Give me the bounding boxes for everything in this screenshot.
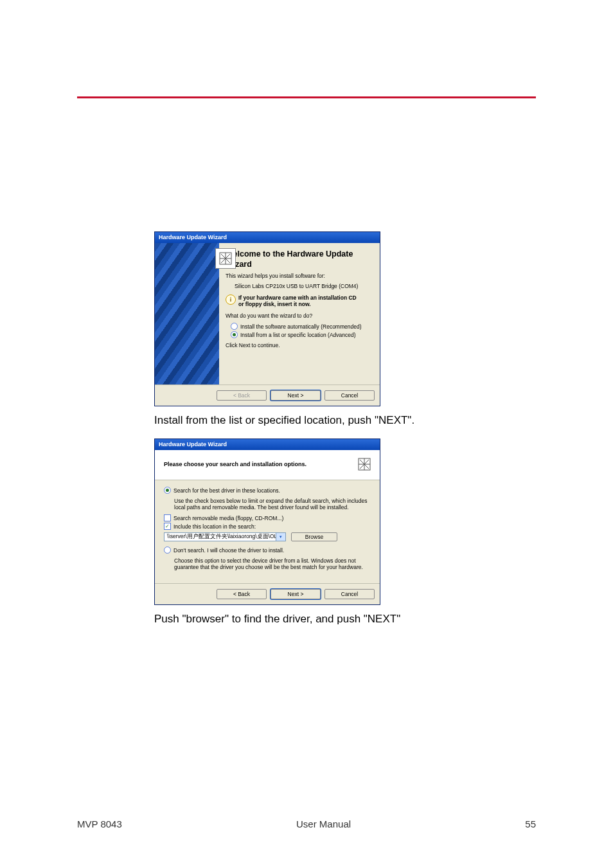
wizard1-titlebar: Hardware Update Wizard (155, 232, 380, 243)
hardware-chip-icon (355, 455, 373, 473)
footer-page: 55 (525, 818, 536, 829)
radio-dont-search[interactable]: Don't search. I will choose the driver t… (164, 547, 371, 554)
wizard2-next-button[interactable]: Next > (271, 589, 321, 599)
wizard1-intro: This wizard helps you install software f… (226, 273, 375, 279)
wizard2-desc1: Use the check boxes below to limit or ex… (174, 498, 371, 511)
wizard1-heading-line2: Wizard (226, 260, 375, 269)
wizard1-info-l1: If your hardware came with an installati… (238, 294, 357, 301)
wizard1-continue: Click Next to continue. (226, 342, 375, 348)
radio-list-label: Install from a list or specific location… (240, 332, 356, 338)
wizard2-title: Hardware Update Wizard (159, 441, 227, 448)
radio-icon (231, 323, 238, 330)
radio-icon-checked (231, 331, 238, 338)
wizard1-next-button[interactable]: Next > (271, 390, 321, 401)
caption-1: Install from the list or specified locat… (154, 414, 488, 427)
radio-dont-search-label: Don't search. I will choose the driver t… (173, 547, 284, 554)
checkbox-icon-checked: ✓ (164, 523, 171, 530)
path-combobox[interactable]: \\server\用户配置文件夹\laixiaorong\桌面\OLED ▾ (164, 532, 286, 541)
radio-auto-label: Install the software automatically (Reco… (240, 323, 362, 330)
wizard2-desc2: Choose this option to select the device … (174, 557, 371, 570)
wizard2-titlebar: Hardware Update Wizard (155, 439, 380, 450)
hardware-chip-icon (215, 248, 236, 269)
radio-list-location[interactable]: Install from a list or specific location… (231, 331, 375, 338)
wizard1-info-l2: or floppy disk, insert it now. (238, 301, 311, 307)
wizard1-question: What do you want the wizard to do? (226, 312, 375, 319)
radio-search-best[interactable]: Search for the best driver in these loca… (164, 487, 371, 494)
wizard1-title: Hardware Update Wizard (159, 234, 227, 240)
browse-button[interactable]: Browse (291, 532, 337, 541)
checkbox-icon-unchecked (164, 514, 171, 521)
caption-2: Push "browser" to find the driver, and p… (154, 613, 488, 626)
radio-search-best-label: Search for the best driver in these loca… (173, 487, 280, 494)
footer-model: MVP 8043 (77, 818, 122, 829)
checkbox-removable-media[interactable]: Search removable media (floppy, CD-ROM..… (164, 514, 371, 521)
wizard2-header-text: Please choose your search and installati… (164, 461, 306, 467)
footer-title: User Manual (296, 818, 351, 829)
wizard1-heading-line1: Welcome to the Hardware Update (226, 249, 375, 258)
checkbox-removable-label: Search removable media (floppy, CD-ROM..… (173, 515, 283, 521)
radio-auto-install[interactable]: Install the software automatically (Reco… (231, 323, 375, 330)
wizard1-sidebar-graphic (155, 243, 219, 384)
wizard2-back-button[interactable]: < Back (217, 589, 267, 599)
wizard-welcome: Hardware Update Wizard Welcome to the Ha… (154, 231, 380, 406)
chevron-down-icon: ▾ (276, 533, 285, 541)
header-rule (77, 96, 536, 98)
wizard1-back-button: < Back (217, 390, 267, 401)
wizard1-device-name: Silicon Labs CP210x USB to UART Bridge (… (235, 283, 375, 289)
page-footer: MVP 8043 User Manual 55 (77, 818, 536, 829)
checkbox-include-label: Include this location in the search: (173, 523, 256, 530)
path-value: \\server\用户配置文件夹\laixiaorong\桌面\OLED (167, 533, 276, 541)
checkbox-include-location[interactable]: ✓ Include this location in the search: (164, 523, 371, 530)
radio-icon-checked (164, 487, 171, 494)
wizard2-cancel-button[interactable]: Cancel (324, 589, 375, 599)
radio-icon (164, 547, 171, 554)
info-bulb-icon: i (226, 294, 236, 305)
wizard1-cancel-button[interactable]: Cancel (324, 390, 375, 401)
wizard-search-options: Hardware Update Wizard Please choose you… (154, 439, 380, 605)
